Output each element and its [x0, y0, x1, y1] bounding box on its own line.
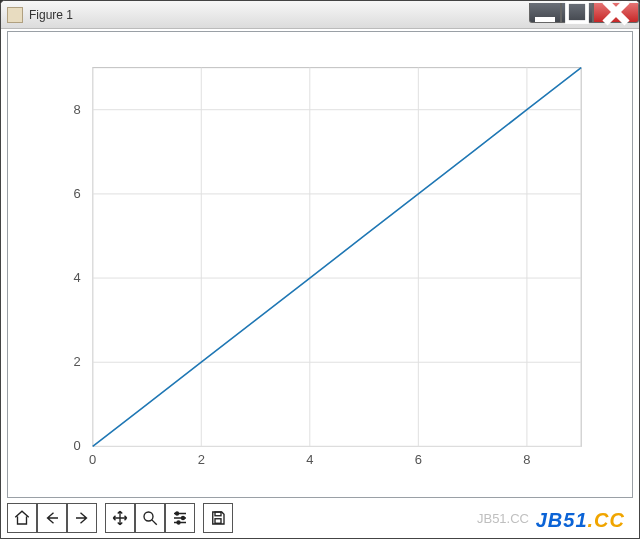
zoom-button[interactable]	[135, 503, 165, 533]
svg-point-27	[182, 517, 185, 520]
minimize-button[interactable]	[529, 3, 561, 23]
app-icon	[7, 7, 23, 23]
titlebar[interactable]: Figure 1	[1, 1, 639, 29]
svg-point-26	[176, 512, 179, 515]
arrow-right-icon	[73, 509, 91, 527]
window-title: Figure 1	[29, 8, 529, 22]
zoom-icon	[141, 509, 159, 527]
svg-text:2: 2	[74, 354, 81, 369]
watermark-left: JB51	[536, 509, 588, 531]
maximize-button[interactable]	[561, 3, 593, 23]
svg-point-28	[177, 521, 180, 524]
svg-rect-30	[215, 519, 221, 524]
close-button[interactable]	[593, 3, 639, 23]
plot-area[interactable]: 02468 02468	[8, 32, 632, 497]
home-icon	[13, 509, 31, 527]
watermark-right: .CC	[588, 509, 625, 531]
plot-canvas-container: 02468 02468	[7, 31, 633, 498]
save-button[interactable]	[203, 503, 233, 533]
svg-text:4: 4	[74, 270, 81, 285]
pan-button[interactable]	[105, 503, 135, 533]
save-icon	[209, 509, 227, 527]
svg-text:8: 8	[523, 452, 530, 467]
svg-text:8: 8	[74, 102, 81, 117]
sliders-icon	[171, 509, 189, 527]
svg-rect-1	[567, 2, 587, 22]
back-button[interactable]	[37, 503, 67, 533]
svg-text:0: 0	[89, 452, 96, 467]
svg-rect-29	[215, 512, 221, 516]
arrow-left-icon	[43, 509, 61, 527]
svg-text:4: 4	[306, 452, 313, 467]
svg-point-25	[144, 512, 153, 521]
move-icon	[111, 509, 129, 527]
forward-button[interactable]	[67, 503, 97, 533]
svg-text:6: 6	[74, 186, 81, 201]
home-button[interactable]	[7, 503, 37, 533]
svg-text:2: 2	[198, 452, 205, 467]
window-buttons	[529, 3, 639, 23]
watermark-sub: JB51.CC	[477, 511, 529, 526]
configure-button[interactable]	[165, 503, 195, 533]
svg-text:6: 6	[415, 452, 422, 467]
figure-window: Figure 1 02468 02468	[0, 0, 640, 539]
line-chart: 02468 02468	[8, 32, 632, 497]
watermark-brand: JB51.CC	[536, 509, 625, 532]
svg-text:0: 0	[74, 438, 81, 453]
